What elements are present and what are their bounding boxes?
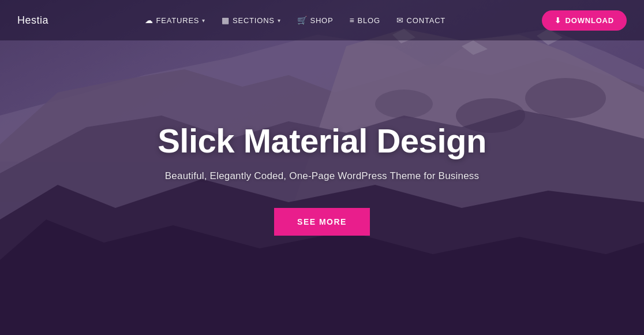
cart-icon: 🛒 [297, 16, 308, 24]
nav-link-shop[interactable]: 🛒 SHOP [297, 16, 334, 25]
chevron-down-icon: ▾ [202, 17, 205, 24]
list-icon: ≡ [349, 16, 354, 24]
brand-logo[interactable]: Hestia [17, 14, 48, 27]
nav-link-sections[interactable]: ▦ SECTIONS ▾ [222, 16, 280, 25]
hero-subtitle: Beautiful, Elegantly Coded, One-Page Wor… [165, 170, 479, 182]
see-more-button[interactable]: SEE MORE [274, 208, 370, 236]
hero-section: Hestia ☁ FEATURES ▾ ▦ SECTIONS ▾ 🛒 [0, 0, 644, 335]
chevron-down-icon-2: ▾ [278, 17, 281, 24]
download-icon: ⬇ [555, 16, 561, 25]
nav-item-blog[interactable]: ≡ BLOG [349, 16, 380, 25]
grid-icon: ▦ [222, 16, 230, 24]
nav-link-blog[interactable]: ≡ BLOG [349, 16, 380, 25]
hero-content: Slick Material Design Beautiful, Elegant… [0, 40, 644, 335]
download-button[interactable]: ⬇ DOWNLOAD [542, 10, 627, 31]
nav-item-sections[interactable]: ▦ SECTIONS ▾ [222, 16, 280, 25]
nav-link-features[interactable]: ☁ FEATURES ▾ [145, 16, 205, 25]
nav-item-contact[interactable]: ✉ CONTACT [396, 16, 445, 25]
nav-link-contact[interactable]: ✉ CONTACT [396, 16, 445, 25]
nav-links: ☁ FEATURES ▾ ▦ SECTIONS ▾ 🛒 SHOP [145, 16, 445, 25]
navbar: Hestia ☁ FEATURES ▾ ▦ SECTIONS ▾ 🛒 [0, 0, 644, 40]
hero-title: Slick Material Design [158, 122, 486, 159]
cloud-icon: ☁ [145, 16, 153, 24]
nav-item-features[interactable]: ☁ FEATURES ▾ [145, 16, 205, 25]
mail-icon: ✉ [396, 16, 404, 24]
nav-item-shop[interactable]: 🛒 SHOP [297, 16, 334, 25]
